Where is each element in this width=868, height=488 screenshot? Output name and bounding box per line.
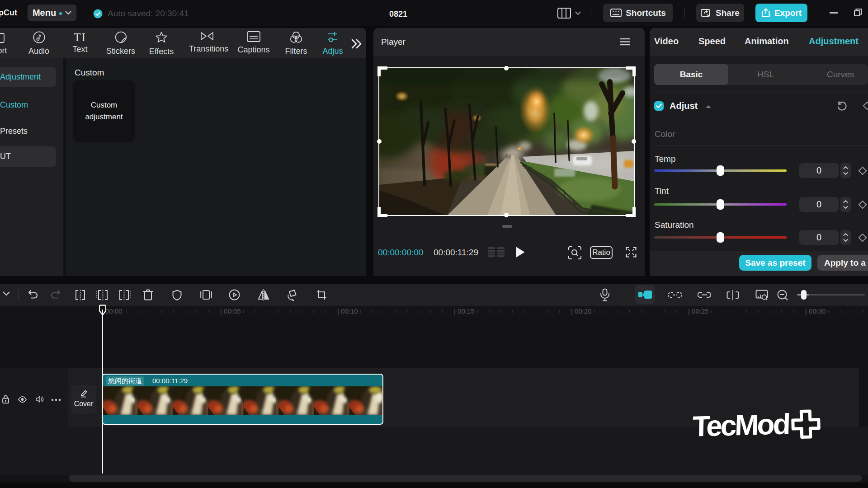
svg-text:| 00:25: | 00:25 — [688, 307, 709, 315]
svg-text:00:00: 00:00 — [105, 307, 123, 315]
svg-text:| 00:05: | 00:05 — [220, 307, 241, 315]
svg-text:TecMod: TecMod — [693, 408, 789, 442]
svg-text:| 00:10: | 00:10 — [337, 307, 358, 315]
svg-text:| 00:20: | 00:20 — [571, 307, 592, 315]
svg-text:| 00:30: | 00:30 — [805, 307, 826, 315]
svg-text:| 00:15: | 00:15 — [454, 307, 475, 315]
